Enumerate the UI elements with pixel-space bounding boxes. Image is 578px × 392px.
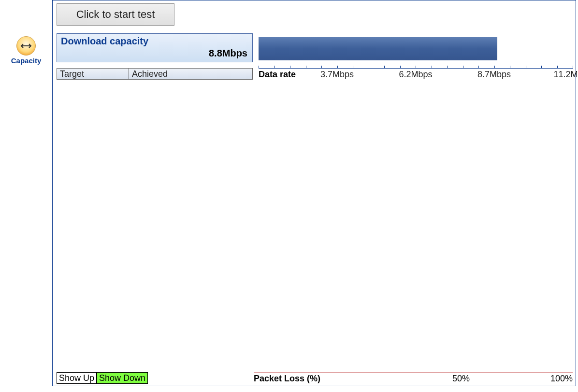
data-rate-axis: Data rate 3.7Mbps6.2Mbps8.7Mbps11.2Mbps — [259, 68, 573, 83]
download-capacity-box: Download capacity 8.8Mbps — [57, 33, 253, 62]
axis-tick — [573, 66, 573, 69]
column-achieved: Achieved — [129, 68, 253, 80]
axis-tick — [306, 66, 306, 69]
packet-loss-axis: Packet Loss (%) 50% 100% — [254, 372, 573, 384]
packet-loss-tick-100: 100% — [550, 374, 573, 384]
axis-tick — [494, 66, 495, 69]
capacity-arrows-icon — [16, 36, 36, 56]
axis-tick — [416, 66, 416, 69]
axis-tick — [369, 66, 369, 69]
packet-loss-tick-50: 50% — [452, 374, 470, 384]
axis-tick — [337, 66, 338, 69]
download-capacity-value: 8.8Mbps — [209, 48, 247, 59]
show-down-button[interactable]: Show Down — [97, 372, 148, 384]
axis-tick — [510, 66, 510, 69]
axis-tick-label: 8.7Mbps — [477, 70, 511, 80]
axis-tick — [321, 66, 322, 69]
main-panel: Click to start test Download capacity 8.… — [52, 0, 576, 386]
axis-tick — [290, 66, 290, 69]
axis-tick — [353, 66, 353, 69]
axis-tick — [384, 66, 385, 69]
axis-tick — [541, 66, 542, 69]
axis-tick — [275, 66, 275, 69]
start-test-button[interactable]: Click to start test — [57, 3, 174, 26]
axis-tick-label: 11.2Mbps — [553, 70, 578, 80]
sidebar-tab-capacity[interactable]: Capacity — [0, 34, 52, 92]
data-rate-bar-track — [259, 37, 573, 60]
axis-tick — [447, 66, 448, 69]
show-toggle-group: Show Up Show Down — [57, 372, 148, 384]
data-rate-bar-fill — [259, 37, 497, 60]
packet-loss-label: Packet Loss (%) — [254, 374, 320, 384]
axis-tick — [478, 66, 479, 69]
show-up-button[interactable]: Show Up — [57, 372, 97, 384]
axis-tick — [400, 66, 401, 69]
axis-tick — [557, 66, 558, 69]
download-capacity-title: Download capacity — [61, 36, 248, 47]
axis-tick-label: 3.7Mbps — [320, 70, 354, 80]
target-achieved-header: Target Achieved — [57, 68, 253, 80]
column-target: Target — [57, 68, 129, 80]
sidebar-tab-label: Capacity — [0, 56, 52, 65]
axis-tick — [432, 66, 432, 69]
axis-tick-label: 6.2Mbps — [399, 70, 432, 80]
data-rate-axis-label: Data rate — [259, 70, 296, 80]
axis-tick — [526, 66, 526, 69]
axis-tick — [463, 66, 463, 69]
axis-tick — [259, 66, 259, 69]
